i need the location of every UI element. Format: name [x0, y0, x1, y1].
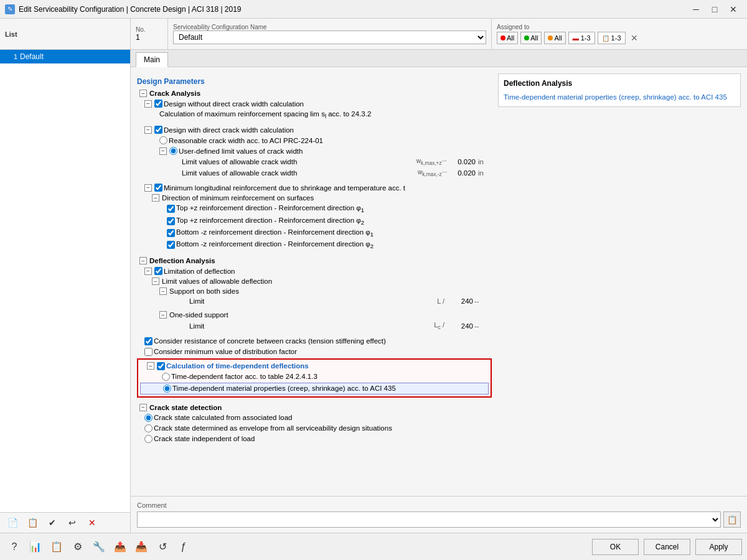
deflection-panel-link[interactable]: Time-dependent material properties (cree…	[504, 93, 727, 101]
limit-one-label: Limit	[189, 322, 433, 330]
direction-collapse[interactable]: −	[152, 194, 159, 202]
maximize-button[interactable]: □	[706, 2, 723, 16]
cancel-button[interactable]: Cancel	[644, 539, 690, 555]
time-dependent-checkbox[interactable]	[157, 362, 165, 370]
user-defined-radio[interactable]	[169, 147, 177, 155]
tab-bar: Main	[131, 50, 747, 67]
limit-plus-row: Limit values of allowable crack width wk…	[137, 156, 492, 167]
user-defined-collapse[interactable]: −	[159, 147, 167, 155]
bot-z-phi1-label: Bottom -z reinforcement direction - Rein…	[176, 228, 374, 238]
tool-function-button[interactable]: ƒ	[174, 538, 193, 556]
time-material-radio[interactable]	[163, 385, 171, 393]
tool-export-button[interactable]: 📤	[111, 538, 129, 556]
time-factor-radio[interactable]	[162, 373, 170, 381]
column-range: 1-3	[611, 34, 621, 42]
min-long-collapse[interactable]: −	[144, 184, 152, 192]
red-dot-icon	[500, 35, 505, 40]
app-icon: ✎	[5, 4, 15, 14]
crack-state-title: Crack state detection	[149, 404, 222, 411]
orange-dot-icon	[548, 35, 553, 40]
top-z-phi1-label: Top +z reinforcement direction - Reinfor…	[176, 204, 364, 213]
assigned-all-green-button[interactable]: All	[520, 32, 542, 44]
tool-help-button[interactable]: ?	[5, 538, 24, 556]
top-z-phi1-checkbox[interactable]	[167, 205, 175, 213]
design-with-label: Design with direct crack width calculati…	[164, 126, 294, 134]
apply-button[interactable]: Apply	[695, 539, 742, 555]
consider-resistance-checkbox[interactable]	[144, 337, 153, 345]
comment-label: Comment	[137, 502, 741, 509]
ok-button[interactable]: OK	[592, 539, 639, 555]
copy-item-button[interactable]: 📋	[24, 515, 41, 530]
assigned-clear-button[interactable]: ✕	[631, 33, 638, 43]
new-item-button[interactable]: 📄	[4, 515, 21, 530]
limit-both-sides-row: Limit L / 240 --	[137, 296, 492, 306]
crack-state-collapse[interactable]: −	[139, 404, 147, 411]
design-with-collapse[interactable]: −	[144, 126, 152, 134]
green-dot-icon	[524, 35, 529, 40]
undo-button[interactable]: ↩	[63, 515, 81, 530]
tool-module-button[interactable]: 🔧	[90, 538, 108, 556]
delete-button[interactable]: ✕	[83, 515, 101, 530]
support-both-collapse[interactable]: −	[159, 287, 167, 295]
min-long-checkbox[interactable]	[154, 184, 162, 192]
assigned-all-red-button[interactable]: All	[497, 32, 518, 44]
design-without-collapse[interactable]: −	[144, 100, 152, 108]
one-sided-collapse[interactable]: −	[159, 311, 167, 319]
design-with-row: − Design with direct crack width calcula…	[137, 124, 492, 135]
design-with-checkbox[interactable]	[154, 126, 162, 134]
top-bar: List No. 1 Serviceability Configuration …	[0, 19, 747, 50]
comment-copy-button[interactable]: 📋	[723, 511, 741, 528]
limit-one-sided-row: Limit Lc / 240 --	[137, 320, 492, 332]
bot-z-phi2-checkbox[interactable]	[167, 241, 175, 249]
minimize-button[interactable]: ─	[687, 2, 705, 16]
assigned-all-orange-button[interactable]: All	[544, 32, 565, 44]
crack-state-title-row: − Crack state detection	[137, 403, 492, 413]
title-bar: ✎ Edit Serviceability Configuration | Co…	[0, 0, 747, 19]
limitation-checkbox[interactable]	[154, 267, 162, 275]
crack-envelope-label: Crack state determined as envelope from …	[154, 424, 392, 432]
reasonable-radio-row: Reasonable crack width acc. to ACI PRC-2…	[137, 135, 492, 146]
crack-envelope-radio[interactable]	[144, 424, 153, 432]
time-dependent-collapse[interactable]: −	[147, 362, 154, 370]
list-item[interactable]: 1 Default	[0, 50, 130, 63]
limitation-row: − Limitation of deflection	[137, 266, 492, 276]
highlight-box: − Calculation of time-dependent deflecti…	[137, 358, 492, 398]
tab-main[interactable]: Main	[136, 52, 168, 67]
deflection-collapse[interactable]: −	[139, 257, 147, 264]
reasonable-radio[interactable]	[159, 136, 167, 144]
comment-select[interactable]	[137, 511, 721, 528]
one-sided-label: One-sided support	[169, 311, 228, 319]
limit-values-label: Limit values of allowable deflection	[162, 278, 272, 285]
list-label: List	[0, 19, 131, 49]
consider-resistance-row: Consider resistance of concrete between …	[137, 336, 492, 347]
limit-both-label: Limit	[189, 297, 436, 305]
design-without-checkbox[interactable]	[154, 100, 162, 108]
limit-minus-row: Limit values of allowable crack width wk…	[137, 167, 492, 179]
config-name-section: Serviceability Configuration Name Defaul…	[168, 19, 492, 49]
bot-z-phi1-checkbox[interactable]	[167, 229, 175, 237]
assigned-all-green-label: All	[530, 34, 538, 42]
tool-settings-button[interactable]: ⚙	[68, 538, 87, 556]
confirm-button[interactable]: ✔	[44, 515, 61, 530]
close-button[interactable]: ✕	[725, 2, 742, 16]
crack-independent-radio[interactable]	[144, 435, 153, 443]
top-z-phi2-checkbox[interactable]	[167, 217, 175, 225]
config-name-select[interactable]: Default	[173, 30, 486, 44]
tool-import-button[interactable]: 📥	[132, 538, 151, 556]
max-reinf-row: Calculation of maximum reinforcement spa…	[137, 109, 492, 121]
crack-collapse-icon[interactable]: −	[139, 90, 147, 97]
tool-excel-button[interactable]: 📊	[26, 538, 45, 556]
crack-from-load-radio[interactable]	[144, 414, 153, 422]
bot-z-phi1-row: Bottom -z reinforcement direction - Rein…	[137, 227, 492, 239]
crack-from-load-row: Crack state calculated from associated l…	[137, 413, 492, 423]
limit-values-collapse[interactable]: −	[152, 278, 159, 285]
time-dependent-row: − Calculation of time-dependent deflecti…	[139, 361, 489, 371]
tool-refresh-button[interactable]: ↺	[153, 538, 172, 556]
crack-independent-row: Crack state independent of load	[137, 434, 492, 444]
limitation-collapse[interactable]: −	[144, 268, 152, 275]
consider-minimum-checkbox[interactable]	[144, 348, 153, 356]
assigned-all-red-label: All	[507, 34, 514, 42]
limit-values-row: − Limit values of allowable deflection	[137, 276, 492, 286]
tool-view-button[interactable]: 📋	[47, 538, 66, 556]
limit-both-dash: --	[474, 297, 489, 305]
